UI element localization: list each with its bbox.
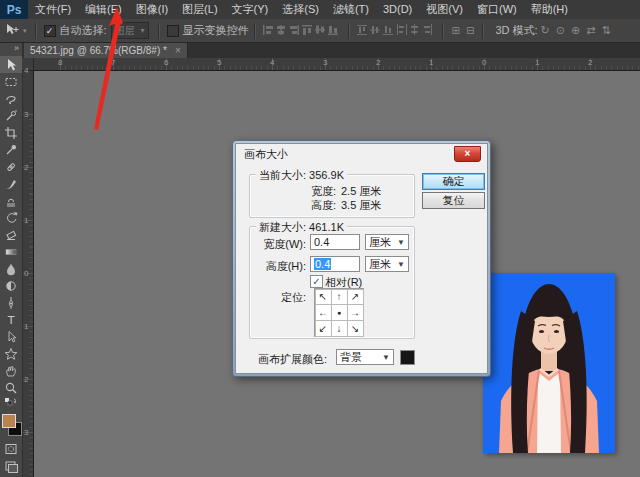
blur-tool[interactable] bbox=[0, 260, 22, 277]
menu-bar: Ps 文件(F) 编辑(E) 图像(I) 图层(L) 文字(Y) 选择(S) 滤… bbox=[0, 0, 640, 20]
menu-view[interactable]: 视图(V) bbox=[419, 0, 470, 19]
show-transform-checkbox[interactable] bbox=[167, 25, 179, 37]
type-tool[interactable]: T bbox=[0, 311, 22, 328]
document-tab-title: 54321.jpg @ 66.7%(RGB/8#) * bbox=[30, 45, 167, 56]
swap-colors-icon[interactable] bbox=[0, 396, 22, 408]
hruler-label: 2 bbox=[376, 58, 380, 67]
new-height-input[interactable]: 0.4 bbox=[310, 256, 360, 272]
hruler-label: 2 bbox=[588, 58, 592, 67]
anchor-bottom-right[interactable]: ↘ bbox=[347, 320, 364, 337]
canvas-size-dialog: 画布大小 × 当前大小: 356.9K 宽度: 2.5 厘米 高度: 3.5 厘… bbox=[232, 140, 491, 377]
3d-drag-icon[interactable]: ⊕ bbox=[571, 24, 580, 37]
anchor-right[interactable]: → bbox=[347, 304, 364, 321]
spot-healing-brush-tool[interactable] bbox=[0, 158, 22, 175]
menu-3d[interactable]: 3D(D) bbox=[376, 0, 419, 19]
hruler-label: 0 bbox=[482, 58, 486, 67]
align-icons[interactable] bbox=[263, 24, 341, 38]
photoshop-logo: Ps bbox=[0, 0, 28, 19]
canvas-extension-dropdown[interactable]: 背景▼ bbox=[336, 349, 394, 365]
auto-select-target-dropdown[interactable]: 图层▾ bbox=[111, 22, 149, 39]
extension-color-swatch[interactable] bbox=[400, 350, 415, 365]
eyedropper-tool[interactable] bbox=[0, 141, 22, 158]
auto-select-checkbox[interactable]: ✓ bbox=[44, 25, 56, 37]
anchor-center[interactable]: ● bbox=[331, 304, 348, 321]
menu-select[interactable]: 选择(S) bbox=[275, 0, 326, 19]
crop-tool[interactable] bbox=[0, 124, 22, 141]
auto-blend-icon[interactable]: ⊟ bbox=[466, 25, 474, 36]
clone-stamp-tool[interactable] bbox=[0, 192, 22, 209]
show-transform-label: 显示变换控件 bbox=[183, 23, 249, 38]
foreground-color-swatch[interactable] bbox=[2, 414, 16, 428]
tab-close-icon[interactable]: × bbox=[175, 45, 181, 56]
3d-slide-icon[interactable]: ⇄ bbox=[586, 24, 595, 37]
lasso-tool[interactable] bbox=[0, 90, 22, 107]
path-selection-tool[interactable] bbox=[0, 328, 22, 345]
3d-roll-icon[interactable]: ⊙ bbox=[556, 24, 565, 37]
history-brush-tool[interactable] bbox=[0, 209, 22, 226]
menu-type[interactable]: 文字(Y) bbox=[225, 0, 276, 19]
menu-window[interactable]: 窗口(W) bbox=[470, 0, 524, 19]
anchor-top-left[interactable]: ↖ bbox=[315, 289, 332, 306]
move-tool-preset-icon[interactable] bbox=[4, 23, 20, 38]
distribute-bottom-icon bbox=[383, 26, 393, 35]
anchor-bottom-left[interactable]: ↙ bbox=[315, 320, 332, 337]
reset-button[interactable]: 复位 bbox=[422, 192, 485, 209]
menu-file[interactable]: 文件(F) bbox=[28, 0, 78, 19]
dodge-tool[interactable] bbox=[0, 277, 22, 294]
new-width-unit-dropdown[interactable]: 厘米▼ bbox=[365, 234, 409, 250]
document-canvas-id-photo[interactable] bbox=[483, 273, 615, 453]
vruler-label: 1 bbox=[24, 216, 28, 225]
horizontal-ruler[interactable] bbox=[33, 58, 640, 71]
quick-mask-button[interactable] bbox=[0, 440, 22, 457]
custom-shape-tool[interactable] bbox=[0, 345, 22, 362]
new-height-label: 高度(H): bbox=[254, 259, 306, 274]
eraser-tool[interactable] bbox=[0, 226, 22, 243]
document-tab-bar: 54321.jpg @ 66.7%(RGB/8#) * × bbox=[22, 42, 640, 58]
tools-collapse-icon[interactable]: » bbox=[0, 42, 22, 56]
dropdown-arrow-icon: ▼ bbox=[397, 260, 405, 269]
menu-image[interactable]: 图像(I) bbox=[129, 0, 175, 19]
pen-tool[interactable] bbox=[0, 294, 22, 311]
anchor-grid: ↖ ↑ ↗ ← ● → ↙ ↓ ↘ bbox=[314, 288, 364, 337]
options-bar: ▾ ✓ 自动选择: 图层▾ 显示变换控件 bbox=[0, 19, 640, 43]
distribute-icons[interactable] bbox=[357, 24, 435, 38]
auto-align-icon[interactable]: ⊞ bbox=[452, 25, 460, 36]
distribute-right-icon bbox=[424, 24, 432, 35]
screen-mode-button[interactable] bbox=[0, 457, 22, 474]
distribute-center-v-icon bbox=[370, 26, 380, 34]
preset-dropdown-arrow-icon[interactable]: ▾ bbox=[23, 27, 27, 35]
separator bbox=[158, 23, 160, 39]
vruler-label: 4 bbox=[24, 66, 28, 75]
menu-edit[interactable]: 编辑(E) bbox=[78, 0, 129, 19]
gradient-tool[interactable] bbox=[0, 243, 22, 260]
hruler-label: 6 bbox=[164, 58, 168, 67]
3d-rotate-icon[interactable]: ↻ bbox=[541, 24, 550, 37]
tools-panel: » T bbox=[0, 42, 23, 477]
separator bbox=[35, 23, 37, 39]
new-width-label: 宽度(W): bbox=[254, 237, 306, 252]
anchor-top[interactable]: ↑ bbox=[331, 289, 348, 306]
quick-selection-tool[interactable] bbox=[0, 107, 22, 124]
anchor-top-right[interactable]: ↗ bbox=[347, 289, 364, 306]
hand-tool[interactable] bbox=[0, 362, 22, 379]
rectangular-marquee-tool[interactable] bbox=[0, 73, 22, 90]
3d-scale-icon[interactable]: ⇅ bbox=[601, 24, 610, 37]
ok-button[interactable]: 确定 bbox=[422, 173, 485, 190]
dropdown-arrow-icon: ▾ bbox=[141, 26, 145, 35]
brush-tool[interactable] bbox=[0, 175, 22, 192]
move-tool[interactable] bbox=[0, 56, 22, 73]
menu-layer[interactable]: 图层(L) bbox=[175, 0, 224, 19]
document-tab[interactable]: 54321.jpg @ 66.7%(RGB/8#) * × bbox=[24, 42, 188, 58]
menu-filter[interactable]: 滤镜(T) bbox=[326, 0, 376, 19]
relative-checkbox[interactable]: ✓ bbox=[310, 275, 323, 288]
anchor-bottom[interactable]: ↓ bbox=[331, 320, 348, 337]
dropdown-arrow-icon: ▼ bbox=[382, 353, 390, 362]
dialog-close-button[interactable]: × bbox=[454, 146, 481, 162]
menu-help[interactable]: 帮助(H) bbox=[524, 0, 575, 19]
anchor-label: 定位: bbox=[278, 290, 306, 305]
new-height-unit-dropdown[interactable]: 厘米▼ bbox=[365, 256, 409, 272]
anchor-left[interactable]: ← bbox=[315, 304, 332, 321]
hruler-label: 7 bbox=[111, 58, 115, 67]
zoom-tool[interactable] bbox=[0, 379, 22, 396]
new-width-input[interactable]: 0.4 bbox=[310, 234, 360, 250]
